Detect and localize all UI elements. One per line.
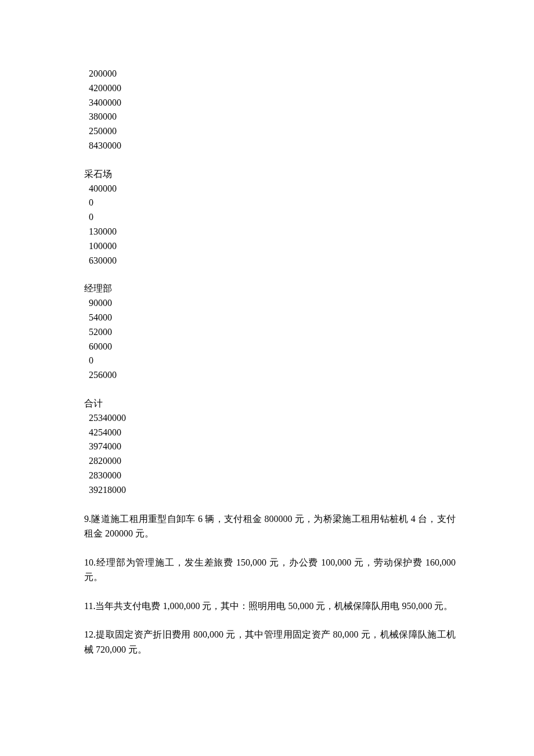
value-line: 52000 bbox=[84, 325, 456, 340]
value-line: 39218000 bbox=[84, 483, 456, 498]
value-line: 0 bbox=[84, 196, 456, 210]
value-line: 100000 bbox=[84, 239, 456, 254]
paragraph-12: 12.提取固定资产折旧费用 800,000 元，其中管理用固定资产 80,000… bbox=[84, 627, 456, 657]
value-line: 200000 bbox=[84, 67, 456, 81]
section-block-total: 合计 25340000 4254000 3974000 2820000 2830… bbox=[84, 397, 456, 498]
paragraph-11: 11.当年共支付电费 1,000,000 元，其中：照明用电 50,000 元，… bbox=[84, 599, 456, 614]
value-line: 630000 bbox=[84, 254, 456, 268]
value-line: 130000 bbox=[84, 225, 456, 239]
value-line: 4254000 bbox=[84, 426, 456, 440]
value-line: 90000 bbox=[84, 296, 456, 311]
section-label: 合计 bbox=[84, 397, 456, 411]
value-line: 60000 bbox=[84, 340, 456, 354]
paragraph-10: 10.经理部为管理施工，发生差旅费 150,000 元，办公费 100,000 … bbox=[84, 555, 456, 585]
value-line: 400000 bbox=[84, 182, 456, 196]
value-line: 8430000 bbox=[84, 139, 456, 153]
value-line: 54000 bbox=[84, 311, 456, 325]
value-line: 250000 bbox=[84, 124, 456, 139]
value-line: 256000 bbox=[84, 368, 456, 383]
section-label: 采石场 bbox=[84, 167, 456, 182]
value-line: 0 bbox=[84, 354, 456, 368]
section-block-manager: 经理部 90000 54000 52000 60000 0 256000 bbox=[84, 282, 456, 383]
section-label: 经理部 bbox=[84, 282, 456, 296]
value-line: 3400000 bbox=[84, 96, 456, 110]
paragraph-9: 9.隧道施工租用重型自卸车 6 辆，支付租金 800000 元，为桥梁施工租用钻… bbox=[84, 512, 456, 541]
section-block-quarry: 采石场 400000 0 0 130000 100000 630000 bbox=[84, 167, 456, 268]
value-line: 0 bbox=[84, 210, 456, 225]
value-line: 380000 bbox=[84, 110, 456, 124]
value-line: 4200000 bbox=[84, 81, 456, 96]
value-line: 3974000 bbox=[84, 440, 456, 454]
value-line: 2820000 bbox=[84, 454, 456, 469]
section-block-0: 200000 4200000 3400000 380000 250000 843… bbox=[84, 67, 456, 153]
value-line: 25340000 bbox=[84, 411, 456, 426]
value-line: 2830000 bbox=[84, 469, 456, 483]
